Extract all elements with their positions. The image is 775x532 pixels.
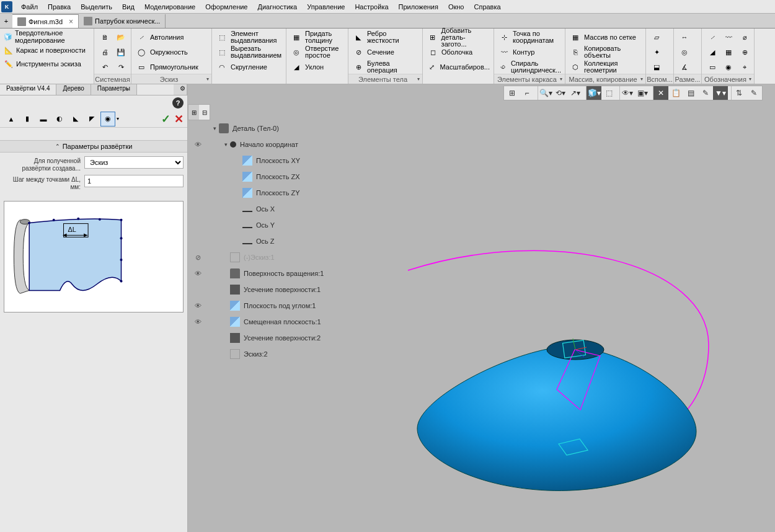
dim-btn2[interactable]: ◎: [676, 45, 693, 60]
tree-row[interactable]: Ось Z: [192, 233, 324, 249]
vp-note-icon[interactable]: ✎: [698, 86, 713, 100]
aux-btn1[interactable]: ▱: [649, 30, 665, 45]
add-part-button[interactable]: ⊞Добавитьдеталь-загото...: [425, 30, 491, 45]
contour-button[interactable]: 〰Контур: [497, 45, 562, 60]
ann-btn[interactable]: ▦: [720, 45, 737, 60]
mode-sketch[interactable]: ✏️Инструменты эскиза: [2, 57, 94, 71]
vp-prop-icon[interactable]: ▤: [683, 86, 698, 100]
param1-select[interactable]: Эскиз: [84, 156, 184, 169]
vp-sect-icon[interactable]: ▣▾: [635, 86, 650, 100]
spiral-button[interactable]: ꩜Спиральцилиндрическ...: [497, 60, 562, 74]
tab-figna[interactable]: Фигня.m3d ×: [12, 14, 79, 28]
vp-order-icon[interactable]: ⇅: [732, 86, 746, 100]
ann-btn[interactable]: ⟋: [704, 30, 720, 45]
shell-button[interactable]: ◻Оболочка: [425, 45, 491, 60]
menu-manage[interactable]: Управление: [302, 1, 350, 12]
thicken-button[interactable]: ▦Придатьтолщину: [289, 30, 345, 45]
side-settings-button[interactable]: ⚙: [174, 84, 187, 95]
tree-row[interactable]: ▾Деталь (Тел-0): [192, 120, 324, 136]
tree-row[interactable]: 👁Поверхность вращения:1: [192, 265, 324, 282]
shape-pr-icon[interactable]: ◣: [68, 112, 83, 126]
menu-view[interactable]: Вид: [117, 1, 140, 12]
tree-row[interactable]: Плоскость ZX: [192, 169, 324, 185]
vp-ucs-icon[interactable]: ⌐: [520, 86, 534, 100]
vp-orbit-icon[interactable]: ⟲▾: [553, 86, 568, 100]
ann-btn[interactable]: ▭: [704, 60, 720, 74]
circle-button[interactable]: ◯Окружность: [134, 45, 209, 60]
vp-edge-icon[interactable]: ✕: [653, 86, 668, 100]
shape-rev-icon[interactable]: ◉: [100, 112, 115, 126]
vp-stop-icon[interactable]: ✎: [746, 86, 761, 100]
copy-obj-button[interactable]: ⎘Копироватьобъекты: [568, 45, 643, 60]
params-section-header[interactable]: Параметры развёртки: [0, 140, 187, 153]
save-button[interactable]: 💾: [113, 45, 129, 60]
tree-row[interactable]: Плоскость XY: [192, 153, 324, 169]
tree-row[interactable]: Плоскость ZY: [192, 185, 324, 201]
visibility-icon[interactable]: 👁: [192, 141, 204, 148]
dim-btn3[interactable]: ∡: [676, 60, 693, 74]
menu-window[interactable]: Окно: [443, 1, 469, 12]
menu-model[interactable]: Моделирование: [140, 1, 200, 12]
expand-icon[interactable]: ▾: [221, 141, 230, 148]
tree-row[interactable]: ⊘(-)Эскиз:1: [192, 249, 324, 265]
menu-edit[interactable]: Правка: [43, 1, 76, 12]
ann-btn[interactable]: ⌖: [737, 60, 753, 74]
new-tab-button[interactable]: +: [0, 14, 12, 28]
vp-hide-icon[interactable]: 👁▾: [620, 86, 635, 100]
shape-cone-icon[interactable]: ▲: [4, 112, 19, 126]
hole-button[interactable]: ◎Отверстиепростое: [289, 45, 345, 60]
tree-row[interactable]: Усечение поверхности:1: [192, 282, 324, 298]
side-tab-params[interactable]: Параметры: [91, 84, 137, 95]
vp-proj-icon[interactable]: ⊞: [505, 86, 520, 100]
vp-persp-icon[interactable]: ⬚: [601, 86, 616, 100]
ann-btn[interactable]: 〰: [720, 30, 737, 45]
shape-tube-icon[interactable]: ◐: [52, 112, 67, 126]
tab-close-button[interactable]: ×: [69, 17, 73, 26]
fillet-button[interactable]: ◠Скругление: [215, 60, 283, 74]
visibility-icon[interactable]: 👁: [192, 318, 204, 326]
menu-file[interactable]: Файл: [16, 1, 43, 12]
side-tab-tree[interactable]: Дерево: [56, 84, 91, 95]
tree-row[interactable]: Ось X: [192, 201, 324, 217]
ann-btn[interactable]: ⌀: [737, 30, 753, 45]
tree-row[interactable]: 👁▾Начало координат: [192, 136, 324, 153]
mode-solid[interactable]: 🧊Твердотельное моделирование: [2, 30, 94, 43]
tree-row[interactable]: Усечение поверхности:2: [192, 330, 324, 346]
menu-help[interactable]: Справка: [469, 1, 505, 12]
visibility-icon[interactable]: 👁: [192, 270, 204, 277]
menu-apps[interactable]: Приложения: [394, 1, 443, 12]
ann-btn[interactable]: ⊕: [737, 45, 753, 60]
print-button[interactable]: 🖨: [97, 45, 113, 60]
vp-filter-icon[interactable]: ▼▾: [713, 86, 728, 100]
menu-decor[interactable]: Оформление: [200, 1, 252, 12]
side-tab-unfold[interactable]: Развёртки V4.4: [0, 84, 56, 95]
cut-extrude-button[interactable]: ⬚Вырезатьвыдавливанием: [215, 45, 283, 60]
section-button[interactable]: ⊘Сечение: [351, 45, 420, 60]
menu-select[interactable]: Выделить: [76, 1, 117, 12]
tree-expand-icon[interactable]: ⊞: [188, 105, 199, 120]
vp-meas-icon[interactable]: 📋: [668, 86, 683, 100]
vp-shade-icon[interactable]: 🧊▾: [587, 86, 601, 100]
undo-button[interactable]: ↶: [97, 60, 113, 74]
3d-viewport[interactable]: ⊞ ⌐ 🔍▾ ⟲▾ ↗▾ 🧊▾ ⬚ 👁▾ ▣▾ ✕ 📋 ▤ ✎ ▼▾ ⇅ ✎ ⊞…: [188, 84, 775, 532]
ann-btn[interactable]: ◢: [704, 45, 720, 60]
shape-box-icon[interactable]: ▬: [36, 112, 51, 126]
apply-button[interactable]: ✓: [161, 112, 170, 126]
ann-btn[interactable]: ◉: [720, 60, 737, 74]
vp-zoom-icon[interactable]: 🔍▾: [538, 86, 553, 100]
visibility-icon[interactable]: 👁: [192, 302, 204, 309]
rect-button[interactable]: ▭Прямоугольник: [134, 60, 209, 74]
aux-btn3[interactable]: ⬓: [649, 60, 665, 74]
redo-button[interactable]: ↷: [113, 60, 129, 74]
tree-row[interactable]: Эскиз:2: [192, 346, 324, 362]
cancel-button[interactable]: ✕: [174, 112, 184, 126]
draft-button[interactable]: ◢Уклон: [289, 60, 345, 74]
tree-collapse-icon[interactable]: ⊟: [199, 105, 210, 120]
shape-cyl-icon[interactable]: ▮: [20, 112, 35, 126]
array-grid-button[interactable]: ▦Массив по сетке: [568, 30, 643, 45]
new-button[interactable]: 🗎: [97, 30, 113, 45]
vp-look-icon[interactable]: ↗▾: [568, 86, 583, 100]
point-coord-button[interactable]: ⊹Точка покоординатам: [497, 30, 562, 45]
expand-icon[interactable]: ▾: [210, 125, 219, 131]
tree-row[interactable]: Ось Y: [192, 217, 324, 233]
